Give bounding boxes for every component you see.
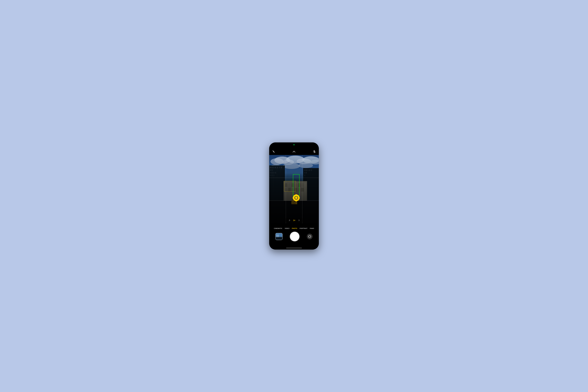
expand-controls-button[interactable] (292, 149, 296, 154)
flash-button[interactable] (272, 150, 276, 154)
svg-line-1 (272, 150, 275, 153)
photo-thumbnail[interactable] (276, 233, 282, 240)
shutter-button[interactable] (290, 232, 299, 241)
mode-portrait[interactable]: PORTRAIT (300, 228, 308, 229)
zoom-3[interactable]: 3 (298, 219, 300, 221)
svg-rect-67 (276, 237, 282, 238)
phone-frame: .5 1× 3 CINEMATIC VIDEO PHOTO PORTRAIT P… (269, 142, 319, 250)
zoom-05[interactable]: .5 (288, 219, 290, 221)
mode-photo[interactable]: PHOTO (292, 228, 297, 229)
status-indicator-dot (294, 144, 294, 145)
camera-mode-selector: CINEMATIC VIDEO PHOTO PORTRAIT PANO (269, 226, 319, 231)
mode-pano[interactable]: PANO (310, 228, 314, 229)
mode-video[interactable]: VIDEO (285, 228, 290, 229)
zoom-1x[interactable]: 1× (293, 219, 295, 221)
exposure-indicator[interactable] (295, 194, 298, 204)
camera-viewfinder[interactable]: .5 1× 3 (269, 155, 319, 224)
zoom-controls: .5 1× 3 (284, 218, 304, 222)
home-indicator (286, 248, 302, 248)
camera-top-controls (269, 148, 319, 155)
focus-box-green[interactable] (293, 174, 300, 196)
exposure-line-bottom (296, 199, 296, 204)
camera-bottom-controls (269, 231, 319, 242)
flip-camera-button[interactable] (307, 234, 312, 240)
status-bar (269, 142, 319, 148)
svg-rect-66 (276, 234, 279, 237)
mode-cinematic[interactable]: CINEMATIC (274, 228, 282, 229)
thumbnail-image (276, 233, 282, 240)
mic-button[interactable] (312, 150, 316, 154)
sun-icon (295, 197, 298, 199)
